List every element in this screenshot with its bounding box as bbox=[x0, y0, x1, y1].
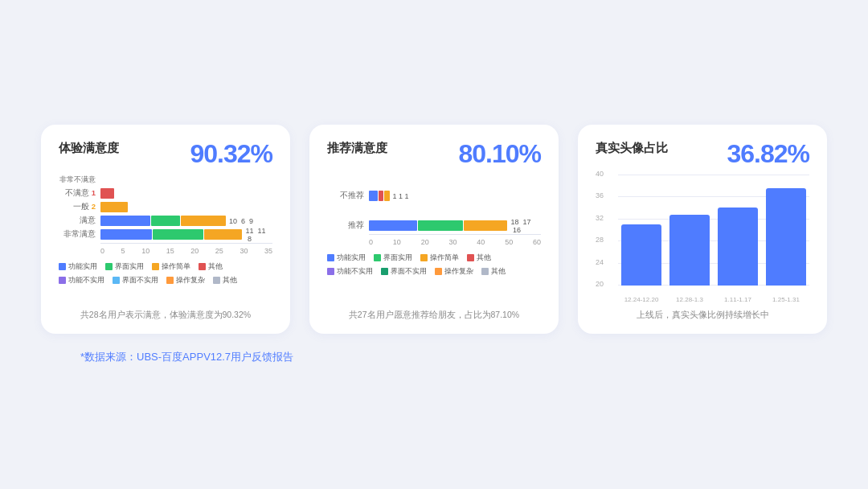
hbar-row-4: 满意 10 6 9 bbox=[59, 216, 272, 226]
vbar-bars bbox=[618, 175, 809, 286]
vbar-chart: 40 36 32 28 24 20 bbox=[596, 175, 809, 303]
card2-footer: 共27名用户愿意推荐给朋友，占比为87.10% bbox=[327, 310, 541, 321]
xlabel-4: 1.25-1.31 bbox=[766, 296, 806, 303]
legend-item: 界面不实用 bbox=[381, 266, 427, 277]
hbar-row-np: 不推荐 1 1 1 bbox=[327, 191, 541, 201]
vbar-col-2 bbox=[669, 175, 710, 286]
legend-item: 功能不实用 bbox=[59, 275, 104, 286]
seg-blue2 bbox=[100, 229, 152, 240]
card3-header: 真实头像占比 36.82% bbox=[596, 141, 809, 166]
vbar-bar-1 bbox=[621, 224, 661, 286]
hbar-chart-2: 不推荐 1 1 1 推荐 bbox=[327, 191, 541, 246]
seg bbox=[100, 202, 128, 212]
hbar-row-3: 一般 2 bbox=[59, 202, 272, 212]
seg-org2 bbox=[464, 220, 507, 231]
legend-item: 操作简单 bbox=[420, 253, 459, 263]
legend-item: 界面实用 bbox=[105, 261, 144, 272]
legend-1: 功能实用 界面实用 操作简单 其他 功能不实用 界面不实用 操作复杂 其他 bbox=[59, 261, 272, 286]
xlabel-2: 12.28-1.3 bbox=[669, 296, 710, 303]
seg-orange2 bbox=[204, 229, 242, 240]
seg-blue bbox=[100, 216, 150, 226]
seg-green bbox=[151, 216, 180, 226]
hbar-label-2: 不满意 1 bbox=[59, 188, 96, 199]
vbar-bar-2 bbox=[669, 215, 710, 286]
hbar-segs-2 bbox=[100, 188, 272, 199]
vbar-col-1 bbox=[621, 175, 661, 286]
spacer bbox=[327, 204, 541, 220]
hbar-segs-5: 11 11 8 bbox=[100, 229, 272, 240]
card1-footer: 共28名用户表示满意，体验满意度为90.32% bbox=[59, 310, 272, 321]
seg-green2 bbox=[153, 229, 204, 240]
legend-item: 功能实用 bbox=[59, 261, 97, 272]
card3-title: 真实头像占比 bbox=[596, 141, 668, 156]
card2-chart: 不推荐 1 1 1 推荐 bbox=[327, 175, 541, 303]
cards-row: 体验满意度 90.32% 非常不满意 不满意 1 一般 2 bbox=[32, 125, 836, 334]
legend-item: 操作复杂 bbox=[435, 266, 473, 277]
legend-item: 操作复杂 bbox=[166, 275, 205, 286]
axis-labels-2: 0 10 20 30 40 50 60 bbox=[369, 238, 541, 246]
seg-blue2 bbox=[369, 220, 417, 231]
hbar-segs-1 bbox=[100, 175, 272, 185]
hbar-segs-3 bbox=[100, 202, 272, 212]
seg-blue bbox=[369, 191, 378, 201]
card3-footer: 上线后，真实头像比例持续增长中 bbox=[596, 310, 809, 321]
seg-org bbox=[384, 191, 389, 201]
card1-header: 体验满意度 90.32% bbox=[59, 141, 272, 166]
card2-header: 推荐满意度 80.10% bbox=[327, 141, 541, 166]
legend-item: 其他 bbox=[199, 261, 223, 272]
vbar-bar-3 bbox=[718, 208, 758, 286]
hbar-chart-1: 非常不满意 不满意 1 一般 2 bbox=[59, 175, 272, 255]
legend-2: 功能实用 界面实用 操作简单 其他 功能不实用 界面不实用 操作复杂 其他 bbox=[327, 253, 541, 277]
vbar-xlabels: 12.24-12.20 12.28-1.3 1.11-1.17 1.25-1.3… bbox=[618, 296, 809, 303]
card-avatar: 真实头像占比 36.82% 40 36 32 28 24 20 bbox=[578, 125, 827, 334]
card2-value: 80.10% bbox=[458, 141, 541, 166]
xlabel-1: 12.24-12.20 bbox=[621, 296, 661, 303]
hbar-label-3: 一般 2 bbox=[59, 202, 96, 212]
card3-value: 36.82% bbox=[727, 141, 809, 166]
card-experience: 体验满意度 90.32% 非常不满意 不满意 1 一般 2 bbox=[41, 125, 290, 334]
card-recommend: 推荐满意度 80.10% 不推荐 1 1 1 bbox=[309, 125, 559, 334]
card1-title: 体验满意度 bbox=[59, 141, 119, 156]
seg bbox=[100, 188, 114, 199]
card2-title: 推荐满意度 bbox=[327, 141, 387, 156]
hbar-label-4: 满意 bbox=[59, 216, 96, 226]
hbar-label-1: 非常不满意 bbox=[59, 175, 96, 185]
hbar-segs-np: 1 1 1 bbox=[369, 191, 541, 201]
legend-item: 其他 bbox=[481, 266, 506, 277]
hbar-label-p: 推荐 bbox=[327, 220, 364, 231]
card1-value: 90.32% bbox=[190, 141, 272, 166]
legend-item: 功能实用 bbox=[327, 253, 366, 263]
legend-item: 界面不实用 bbox=[113, 275, 158, 286]
hbar-label-5: 非常满意 bbox=[59, 229, 96, 240]
legend-item: 其他 bbox=[213, 275, 237, 286]
vbar-col-4 bbox=[766, 175, 806, 286]
vbar-bar-4 bbox=[766, 188, 806, 286]
vbar-col-3 bbox=[718, 175, 758, 286]
axis-line-2 bbox=[369, 234, 541, 235]
legend-item: 界面实用 bbox=[374, 253, 412, 263]
seg-orange bbox=[181, 216, 226, 226]
hbar-row-5: 非常满意 11 11 8 bbox=[59, 229, 272, 240]
seg-red bbox=[379, 191, 383, 201]
legend-item: 功能不实用 bbox=[327, 266, 373, 277]
hbar-label-np: 不推荐 bbox=[327, 191, 364, 201]
source-text: *数据来源：UBS-百度APPV12.7用户反馈报告 bbox=[32, 350, 293, 364]
axis-line-1 bbox=[100, 243, 272, 244]
legend-item: 操作简单 bbox=[152, 261, 190, 272]
hbar-row-2: 不满意 1 bbox=[59, 188, 272, 199]
hbar-row-1: 非常不满意 bbox=[59, 175, 272, 185]
hbar-row-p: 推荐 18 17 16 bbox=[327, 220, 541, 231]
card3-chart: 40 36 32 28 24 20 bbox=[596, 175, 809, 303]
card1-chart: 非常不满意 不满意 1 一般 2 bbox=[59, 175, 272, 303]
seg-green2 bbox=[418, 220, 463, 231]
xlabel-3: 1.11-1.17 bbox=[718, 296, 758, 303]
axis-labels-1: 0 5 10 15 20 25 30 35 bbox=[100, 247, 272, 255]
hbar-segs-p: 18 17 16 bbox=[369, 220, 541, 231]
hbar-segs-4: 10 6 9 bbox=[100, 216, 272, 226]
legend-item: 其他 bbox=[467, 253, 491, 263]
